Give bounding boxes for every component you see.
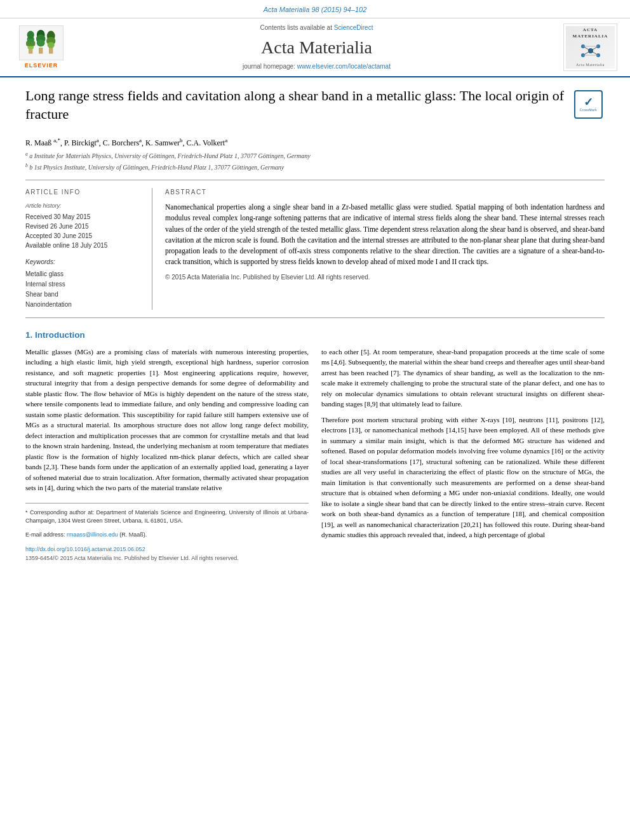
footnote-corresponding: * Corresponding author at: Department of… (25, 509, 309, 526)
available-date: Available online 18 July 2015 (25, 241, 142, 250)
author-maass: R. Maaß (25, 138, 53, 147)
abstract-text: Nanomechanical properties along a single… (165, 202, 605, 268)
copyright-text: © 2015 Acta Materialia Inc. Published by… (165, 273, 605, 282)
section-1-heading: 1. Introduction (25, 330, 605, 342)
crossmark-text: CrossMark (580, 108, 597, 112)
article-info-abstract: ARTICLE INFO Article history: Received 3… (25, 188, 605, 310)
body-two-col: Metallic glasses (MGs) are a promising c… (25, 347, 605, 563)
acta-logo-text2: MATERIALIA (573, 34, 608, 40)
article-title: Long range stress fields and cavitation … (25, 87, 565, 123)
journal-homepage: journal homepage: www.elsevier.com/locat… (83, 62, 551, 71)
body-col-right: to each other [5]. At room temperature, … (321, 347, 605, 563)
issn-text: 1359-6454/© 2015 Acta Materialia Inc. Pu… (25, 554, 309, 563)
section-1-title: Introduction (35, 330, 85, 340)
abstract-column: ABSTRACT Nanomechanical properties along… (165, 188, 605, 310)
main-divider (25, 180, 605, 180)
keywords-label: Keywords: (25, 258, 142, 267)
email-link[interactable]: rmaass@illinois.edu (67, 531, 118, 538)
doi-section: http://dx.doi.org/10.1016/j.actamat.2015… (25, 545, 309, 563)
abstract-label: ABSTRACT (165, 188, 605, 197)
body-section-1: 1. Introduction Metallic glasses (MGs) a… (25, 330, 605, 563)
journal-title: Acta Materialia (83, 35, 551, 60)
keyword-2: Internal stress (25, 279, 142, 290)
intro-para-2: to each other [5]. At room temperature, … (321, 347, 605, 410)
sciencedirect-link[interactable]: ScienceDirect (334, 24, 373, 31)
journal-header: ELSEVIER Contents lists available at Sci… (0, 18, 630, 77)
svg-point-8 (37, 40, 45, 47)
acta-logo-subtitle: Acta Materialia (576, 62, 605, 67)
doi-link[interactable]: http://dx.doi.org/10.1016/j.actamat.2015… (25, 545, 309, 554)
sciencedirect-line: Contents lists available at ScienceDirec… (83, 23, 551, 32)
footnote-section: * Corresponding author at: Department of… (25, 503, 309, 540)
received-date: Received 30 May 2015 (25, 213, 142, 222)
author-samwer: K. Samwer (145, 138, 180, 147)
acta-logo-text: ACTA (583, 27, 598, 34)
author-birckigt: P. Birckigt (64, 138, 97, 147)
accepted-date: Accepted 30 June 2015 (25, 232, 142, 241)
keyword-3: Shear band (25, 290, 142, 300)
keyword-1: Metallic glass (25, 269, 142, 279)
crossmark-cross-icon: ✓ (584, 97, 593, 108)
affiliation-a: a a Institute for Materials Physics, Uni… (25, 151, 605, 161)
author-borchers: C. Borchers (103, 138, 139, 147)
author-volkert: C.A. Volkert (187, 138, 225, 147)
svg-point-12 (48, 43, 55, 49)
crossmark-inner: ✓ CrossMark (574, 90, 603, 119)
body-divider (25, 317, 605, 318)
acta-logo: ACTA MATERIALIA Acta Materialia (563, 23, 617, 71)
history-label: Article history: (25, 202, 142, 210)
elsevier-name: ELSEVIER (25, 62, 58, 70)
content-area: Long range stress fields and cavitation … (0, 77, 630, 572)
footnote-email: E-mail address: rmaass@illinois.edu (R. … (25, 531, 309, 540)
crossmark-badge[interactable]: ✓ CrossMark (574, 90, 605, 119)
authors-line: R. Maaß a,*, P. Birckigta, C. Borchersa,… (25, 137, 605, 149)
svg-point-4 (27, 31, 34, 39)
section-1-number: 1. (25, 330, 32, 340)
acta-logo-inner: ACTA MATERIALIA Acta Materialia (566, 26, 615, 69)
article-info-label: ARTICLE INFO (25, 188, 142, 197)
intro-para-3: Therefore post mortem structural probing… (321, 415, 605, 540)
homepage-url[interactable]: www.elsevier.com/locate/actamat (297, 63, 391, 70)
keyword-4: Nanoindentation (25, 300, 142, 310)
top-bar: Acta Materialia 98 (2015) 94–102 (0, 0, 630, 18)
elsevier-logo: ELSEVIER (13, 25, 70, 70)
svg-rect-5 (39, 48, 43, 54)
header-center: Contents lists available at ScienceDirec… (70, 23, 563, 71)
svg-rect-9 (49, 48, 53, 54)
body-col-left: Metallic glasses (MGs) are a promising c… (25, 347, 309, 563)
article-info-column: ARTICLE INFO Article history: Received 3… (25, 188, 152, 310)
volume-info: Acta Materialia 98 (2015) 94–102 (264, 6, 367, 13)
article-title-section: Long range stress fields and cavitation … (25, 87, 605, 130)
elsevier-logo-image (19, 25, 64, 60)
intro-para-1: Metallic glasses (MGs) are a promising c… (25, 347, 309, 493)
affiliation-b: b b 1st Physics Institute, University of… (25, 163, 605, 172)
revised-date: Revised 26 June 2015 (25, 222, 142, 231)
